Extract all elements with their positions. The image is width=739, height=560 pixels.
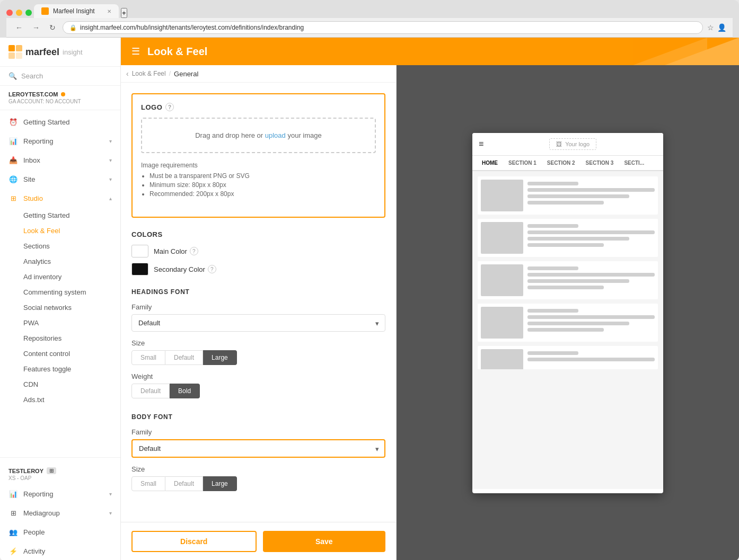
sidebar-item-mediagroup[interactable]: ⊞ Mediagroup ▾ <box>0 503 120 522</box>
close-button[interactable] <box>6 10 13 16</box>
clock-icon: ⏰ <box>8 117 18 127</box>
sub-nav-content-control[interactable]: Content control <box>0 346 120 361</box>
upload-link[interactable]: upload <box>265 131 286 139</box>
preview-tabs: HOME SECTION 1 SECTION 2 SECTION 3 SECTI… <box>472 156 663 171</box>
nav-label: Studio <box>23 194 109 202</box>
browser-toolbar: ← → ↻ 🔒 insight.marfeel.com/hub/insight/… <box>6 18 733 38</box>
breadcrumb-separator: / <box>169 70 171 77</box>
chevron-down-icon: ▾ <box>109 491 112 497</box>
logo-upload-box[interactable]: Drag and drop here or upload your image <box>141 118 376 153</box>
sidebar-item-people[interactable]: 👥 People <box>0 522 120 541</box>
tenant2-section: TESTLEROY ⊞ XS - OAP <box>0 462 120 484</box>
nav-label: Getting Started <box>23 118 112 126</box>
sub-nav-repositories[interactable]: Repositories <box>0 331 120 346</box>
secondary-color-help-icon[interactable]: ? <box>208 265 216 273</box>
sidebar-item-inbox[interactable]: 📥 Inbox ▾ <box>0 150 120 170</box>
secondary-color-label: Secondary Color ? <box>154 265 216 273</box>
back-button[interactable]: ← <box>13 22 25 33</box>
minimize-button[interactable] <box>16 10 22 16</box>
preview-line <box>527 224 578 228</box>
sub-nav-ad-inventory[interactable]: Ad inventory <box>0 269 120 285</box>
maximize-button[interactable] <box>25 10 32 16</box>
size-default-button[interactable]: Default <box>165 350 203 365</box>
breadcrumb-parent[interactable]: Look & Feel <box>132 70 166 77</box>
preview-line <box>527 279 629 283</box>
body-font-section: BODY FONT Family Default Size <box>131 413 385 491</box>
sidebar-search[interactable]: 🔍 Search <box>0 67 120 86</box>
sidebar-item-reporting2[interactable]: 📊 Reporting ▾ <box>0 484 120 503</box>
preview-line <box>527 230 655 234</box>
profile-icon[interactable]: 👤 <box>717 23 726 32</box>
preview-article-lines <box>527 180 655 211</box>
marfeel-logo: marfeel insight <box>8 45 83 59</box>
section-divider <box>0 457 120 458</box>
preview-article-lines <box>527 307 655 339</box>
secondary-color-row: Secondary Color ? <box>131 263 385 275</box>
body-size-default-button[interactable]: Default <box>165 476 203 491</box>
preview-line <box>527 351 578 355</box>
body-size-small-button[interactable]: Small <box>131 476 165 491</box>
req-item: Recommended: 200px x 80px <box>149 190 376 198</box>
weight-bold-button[interactable]: Bold <box>170 384 200 398</box>
sidebar-item-reporting[interactable]: 📊 Reporting ▾ <box>0 131 120 150</box>
headings-size-buttons: Small Default Large <box>131 350 385 365</box>
body-family-label: Family <box>131 428 385 436</box>
body-size-row: Size Small Default Large <box>131 465 385 491</box>
preview-article-lines <box>527 264 655 296</box>
preview-logo-icon: 🖼 <box>556 141 562 147</box>
headings-family-select[interactable]: Default <box>131 314 385 332</box>
preview-line <box>527 266 578 270</box>
colors-section-title: COLORS <box>131 230 385 238</box>
main-color-row: Main Color ? <box>131 245 385 257</box>
bookmark-icon[interactable]: ☆ <box>707 23 714 32</box>
preview-line <box>527 188 655 192</box>
sub-nav-pwa[interactable]: PWA <box>0 315 120 331</box>
tenant2-badge[interactable]: ⊞ <box>47 467 56 474</box>
sidebar-logo: marfeel insight <box>0 38 120 67</box>
nav-label: Reporting <box>23 490 109 498</box>
sub-nav-commenting-system[interactable]: Commenting system <box>0 285 120 300</box>
preview-nav: ≡ 🖼 Your logo <box>472 133 663 156</box>
preview-line <box>527 237 629 241</box>
preview-device: ≡ 🖼 Your logo HOME SECTION 1 SECTION 2 S… <box>472 133 663 493</box>
svg-rect-3 <box>16 52 22 59</box>
size-small-button[interactable]: Small <box>131 350 165 365</box>
sub-nav-social-networks[interactable]: Social networks <box>0 300 120 315</box>
new-tab-button[interactable]: + <box>121 8 127 18</box>
browser-tab[interactable]: Marfeel Insight ✕ <box>34 4 119 18</box>
sub-nav-getting-started[interactable]: Getting Started <box>0 208 120 223</box>
headings-weight-buttons: Default Bold <box>131 384 385 398</box>
secondary-color-swatch[interactable] <box>131 263 148 275</box>
discard-button[interactable]: Discard <box>131 531 257 552</box>
main-color-help-icon[interactable]: ? <box>190 247 198 255</box>
sub-nav-look-feel[interactable]: Look & Feel <box>0 223 120 238</box>
sidebar-item-activity[interactable]: ⚡ Activity <box>0 541 120 560</box>
sidebar-item-getting-started[interactable]: ⏰ Getting Started <box>0 112 120 131</box>
size-large-button[interactable]: Large <box>203 350 237 365</box>
address-bar[interactable]: 🔒 insight.marfeel.com/hub/insight/tenant… <box>63 21 703 34</box>
breadcrumb-back-icon[interactable]: ‹ <box>126 69 129 78</box>
body-size-buttons: Small Default Large <box>131 476 385 491</box>
sub-nav-cdn[interactable]: CDN <box>0 377 120 392</box>
save-button[interactable]: Save <box>263 531 386 552</box>
headings-family-select-wrapper: Default <box>131 314 385 332</box>
preview-article-5 <box>478 346 658 369</box>
forward-button[interactable]: → <box>30 22 42 33</box>
sub-nav-analytics[interactable]: Analytics <box>0 254 120 269</box>
main-color-swatch[interactable] <box>131 245 148 257</box>
sub-nav-features-toggle[interactable]: Features toggle <box>0 361 120 377</box>
sub-nav-sections[interactable]: Sections <box>0 238 120 254</box>
header-menu-icon[interactable]: ☰ <box>131 46 140 57</box>
body-family-select[interactable]: Default <box>131 439 385 458</box>
weight-default-button[interactable]: Default <box>131 384 170 398</box>
preview-article-img <box>481 264 523 296</box>
tab-close-icon[interactable]: ✕ <box>107 8 111 14</box>
tenant-info: LEROYTEST.COM GA ACCOUNT: NO ACCOUNT <box>0 86 120 110</box>
refresh-button[interactable]: ↻ <box>47 22 58 33</box>
sub-nav-ads-txt[interactable]: Ads.txt <box>0 392 120 407</box>
headings-font-title: HEADINGS FONT <box>131 288 385 296</box>
sidebar-item-studio[interactable]: ⊞ Studio ▴ <box>0 189 120 208</box>
body-size-large-button[interactable]: Large <box>203 476 237 491</box>
sidebar-item-site[interactable]: 🌐 Site ▾ <box>0 170 120 189</box>
logo-help-icon[interactable]: ? <box>165 103 174 111</box>
